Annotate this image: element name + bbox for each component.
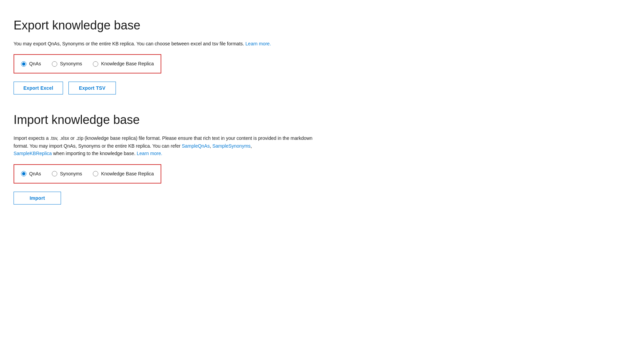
sample-qnas-link[interactable]: SampleQnAs bbox=[182, 143, 209, 149]
import-radio-synonyms-label: Synonyms bbox=[60, 170, 82, 177]
import-button[interactable]: Import bbox=[14, 192, 61, 205]
export-radio-qnas-label: QnAs bbox=[29, 60, 41, 67]
export-radio-group: QnAs Synonyms Knowledge Base Replica bbox=[14, 54, 161, 73]
export-excel-button[interactable]: Export Excel bbox=[14, 82, 63, 94]
export-button-group: Export Excel Export TSV bbox=[14, 82, 621, 94]
sample-kb-replica-link[interactable]: SampleKBReplica bbox=[14, 151, 52, 156]
export-description: You may export QnAs, Synonyms or the ent… bbox=[14, 40, 319, 47]
export-tsv-button[interactable]: Export TSV bbox=[68, 82, 116, 94]
import-radio-synonyms[interactable]: Synonyms bbox=[52, 170, 82, 177]
import-description: Import expects a .tsv, .xlsx or .zip (kn… bbox=[14, 134, 319, 157]
import-radio-kb-replica[interactable]: Knowledge Base Replica bbox=[93, 170, 154, 177]
export-title: Export knowledge base bbox=[14, 16, 621, 35]
export-radio-kb-replica[interactable]: Knowledge Base Replica bbox=[93, 60, 154, 67]
export-radio-qnas[interactable]: QnAs bbox=[21, 60, 41, 67]
export-radio-kb-replica-label: Knowledge Base Replica bbox=[101, 60, 154, 67]
import-title: Import knowledge base bbox=[14, 111, 621, 129]
sample-synonyms-link[interactable]: SampleSynonyms bbox=[212, 143, 251, 149]
export-radio-synonyms-label: Synonyms bbox=[60, 60, 82, 67]
import-radio-group: QnAs Synonyms Knowledge Base Replica bbox=[14, 164, 161, 184]
import-button-group: Import bbox=[14, 192, 621, 205]
import-section: Import knowledge base Import expects a .… bbox=[14, 111, 621, 204]
export-radio-synonyms-input[interactable] bbox=[52, 61, 57, 67]
import-radio-kb-replica-input[interactable] bbox=[93, 171, 98, 176]
import-radio-qnas-input[interactable] bbox=[21, 171, 26, 176]
export-radio-qnas-input[interactable] bbox=[21, 61, 26, 67]
export-section: Export knowledge base You may export QnA… bbox=[14, 16, 621, 94]
import-radio-kb-replica-label: Knowledge Base Replica bbox=[101, 170, 154, 177]
import-learn-more-link[interactable]: Learn more. bbox=[137, 151, 162, 156]
export-radio-synonyms[interactable]: Synonyms bbox=[52, 60, 82, 67]
import-radio-synonyms-input[interactable] bbox=[52, 171, 57, 176]
export-radio-kb-replica-input[interactable] bbox=[93, 61, 98, 67]
export-learn-more-link[interactable]: Learn more. bbox=[245, 41, 271, 46]
import-radio-qnas[interactable]: QnAs bbox=[21, 170, 41, 177]
import-radio-qnas-label: QnAs bbox=[29, 170, 41, 177]
export-description-text: You may export QnAs, Synonyms or the ent… bbox=[14, 41, 244, 46]
